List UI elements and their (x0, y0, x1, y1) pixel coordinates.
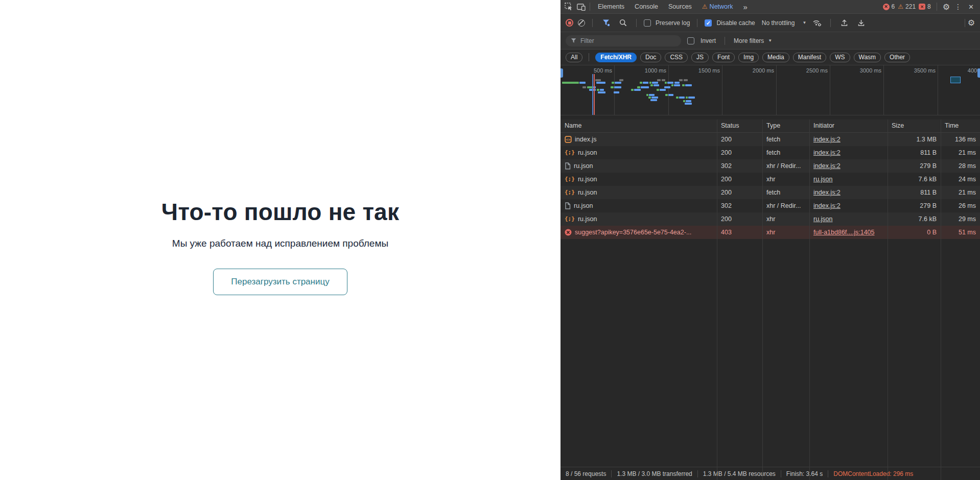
request-name-cell: suggest?apikey=3576e65e-5e75-4ea2-... (561, 226, 717, 239)
filter-funnel-icon[interactable] (600, 18, 612, 28)
table-row[interactable]: {;}ru.json200fetchindex.js:2811 B21 ms (561, 146, 980, 159)
filter-chip-all[interactable]: All (566, 53, 582, 62)
table-header-time[interactable]: Time (941, 119, 980, 132)
timeline-gridline (722, 65, 722, 115)
console-warnings-badge[interactable]: ⚠ 221 (898, 3, 916, 10)
filter-chip-media[interactable]: Media (762, 53, 789, 62)
request-error-icon (565, 229, 572, 236)
size-cell: 811 B (888, 186, 941, 199)
tab-sources[interactable]: Sources (663, 0, 697, 13)
search-icon[interactable] (617, 18, 629, 28)
filter-chip-other[interactable]: Other (884, 53, 910, 62)
import-har-upload-icon[interactable] (838, 18, 850, 28)
time-cell: 136 ms (941, 133, 980, 146)
waterfall-bar (595, 79, 601, 81)
export-har-download-icon[interactable] (855, 18, 867, 28)
disable-cache-checkbox[interactable]: ✓ (705, 19, 712, 27)
invert-checkbox[interactable] (687, 37, 694, 44)
table-header-initiator[interactable]: Initiator (809, 119, 888, 132)
table-row[interactable]: ru.json302xhr / Redir...index.js:2279 B2… (561, 159, 980, 173)
throttling-select[interactable]: No throttling (762, 19, 795, 27)
error-message-block: Что-то пошло не так Мы уже работаем над … (0, 198, 561, 295)
filter-chip-ws[interactable]: WS (830, 53, 850, 62)
tab-elements[interactable]: Elements (593, 0, 629, 13)
initiator-link[interactable]: index.js:2 (813, 136, 841, 143)
waterfall-bar (597, 89, 599, 91)
settings-gear-icon[interactable]: ⚙ (943, 2, 950, 12)
table-row[interactable]: {;}ru.json200xhrru.json7.6 kB24 ms (561, 173, 980, 186)
initiator-link[interactable]: index.js:2 (813, 149, 841, 156)
tab-console[interactable]: Console (629, 0, 663, 13)
table-header-type[interactable]: Type (762, 119, 809, 132)
waterfall-bar (668, 94, 673, 96)
waterfall-bar (651, 97, 658, 99)
initiator-link[interactable]: full-a1bd86f....js:1405 (813, 229, 875, 236)
more-filters-dropdown[interactable]: More filters (734, 37, 764, 44)
type-cell: xhr (762, 226, 809, 239)
inspect-element-icon[interactable] (563, 2, 575, 12)
preserve-log-label[interactable]: Preserve log (656, 19, 690, 27)
filter-chip-font[interactable]: Font (712, 53, 735, 62)
size-cell: 279 B (888, 159, 941, 173)
filter-chip-fetch-xhr[interactable]: Fetch/XHR (595, 53, 637, 62)
more-filters-arrow-icon[interactable]: ▼ (768, 38, 772, 43)
request-name: suggest?apikey=3576e65e-5e75-4ea2-... (575, 226, 691, 239)
timeline-left-handle[interactable] (561, 68, 563, 78)
initiator-cell: index.js:2 (809, 133, 888, 146)
waterfall-bar (674, 84, 680, 86)
more-tabs-chevron-icon[interactable]: » (738, 0, 752, 13)
clear-network-log-button[interactable] (578, 19, 585, 27)
table-row[interactable]: ru.json302xhr / Redir...index.js:2279 B2… (561, 199, 980, 212)
table-header-size[interactable]: Size (888, 119, 941, 132)
initiator-link[interactable]: index.js:2 (813, 202, 841, 209)
network-overview-timeline[interactable]: 500 ms1000 ms1500 ms2000 ms2500 ms3000 m… (561, 65, 980, 115)
invert-label[interactable]: Invert (701, 37, 716, 44)
reload-page-button[interactable]: Перезагрузить страницу (213, 269, 347, 295)
record-network-log-button[interactable] (566, 19, 573, 27)
initiator-link[interactable]: ru.json (813, 176, 833, 183)
svg-text:<>: <> (566, 137, 571, 142)
more-options-icon[interactable]: ⋮ (953, 3, 963, 11)
waterfall-bar (685, 84, 692, 86)
filter-chip-img[interactable]: Img (738, 53, 759, 62)
filter-pill (566, 35, 681, 46)
tab-network[interactable]: ⚠Network (697, 0, 738, 13)
document-icon (565, 162, 571, 170)
size-cell: 7.6 kB (888, 212, 941, 226)
table-header-status[interactable]: Status (717, 119, 762, 132)
timeline-tick-label: 2000 ms (745, 67, 774, 74)
issues-badge[interactable]: ✕ 8 (919, 3, 931, 10)
preserve-log-checkbox[interactable] (644, 19, 651, 27)
filter-chip-wasm[interactable]: Wasm (854, 53, 881, 62)
filter-chip-doc[interactable]: Doc (640, 53, 661, 62)
initiator-link[interactable]: ru.json (813, 215, 833, 223)
network-settings-gear-icon[interactable]: ⚙ (968, 18, 975, 28)
timeline-right-handle[interactable] (977, 68, 980, 78)
filter-chip-js[interactable]: JS (691, 53, 709, 62)
request-name-cell: {;}ru.json (561, 186, 717, 199)
page-title: Что-то пошло не так (0, 198, 561, 226)
table-row[interactable]: <>index.js200fetchindex.js:21.3 MB136 ms (561, 133, 980, 146)
table-row[interactable]: suggest?apikey=3576e65e-5e75-4ea2-...403… (561, 226, 980, 239)
status-segment: 8 / 56 requests (561, 470, 612, 477)
table-row[interactable]: {;}ru.json200xhrru.json7.6 kB29 ms (561, 212, 980, 226)
document-icon (565, 202, 571, 209)
close-devtools-icon[interactable]: ✕ (966, 3, 976, 11)
table-header: NameStatusTypeInitiatorSizeTime (561, 119, 980, 133)
waterfall-bar (649, 82, 651, 84)
console-errors-badge[interactable]: ✕ 6 (883, 3, 895, 10)
divider (697, 19, 697, 27)
throttling-dropdown-arrow-icon[interactable]: ▼ (802, 20, 806, 25)
waterfall-bar (611, 86, 614, 88)
network-conditions-icon[interactable] (811, 18, 823, 28)
table-header-name[interactable]: Name (561, 119, 717, 132)
filter-chip-css[interactable]: CSS (665, 53, 688, 62)
filter-input[interactable] (580, 37, 676, 44)
type-cell: xhr (762, 212, 809, 226)
filter-chip-manifest[interactable]: Manifest (793, 53, 826, 62)
device-toolbar-icon[interactable] (575, 2, 587, 12)
initiator-link[interactable]: index.js:2 (813, 189, 841, 196)
disable-cache-label[interactable]: Disable cache (716, 19, 755, 27)
table-row[interactable]: {;}ru.json200fetchindex.js:2811 B21 ms (561, 186, 980, 199)
initiator-link[interactable]: index.js:2 (813, 162, 841, 170)
